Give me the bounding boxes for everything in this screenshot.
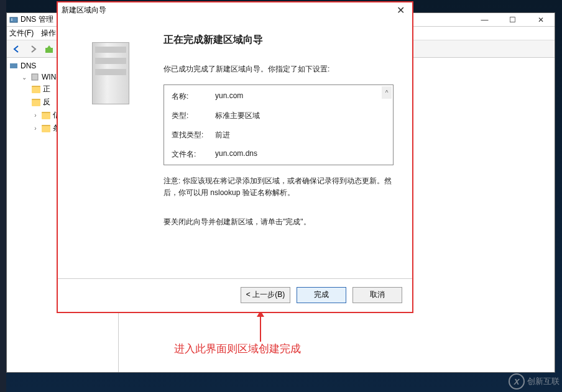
wizard-intro: 你已成功完成了新建区域向导。你指定了如下设置: bbox=[164, 64, 394, 75]
svg-rect-1 bbox=[11, 19, 12, 19]
watermark: X 创新互联 bbox=[509, 373, 560, 390]
back-button[interactable]: < 上一步(B) bbox=[241, 287, 290, 303]
wizard-title-text: 新建区域向导 bbox=[62, 5, 106, 16]
minimize-button[interactable]: — bbox=[471, 13, 499, 27]
desktop-background: DNS 管理 — ☐ ✕ 文件(F) 操作 DNS ⌄ bbox=[0, 0, 562, 392]
arrow-line bbox=[260, 317, 261, 342]
finish-button[interactable]: 完成 bbox=[297, 287, 346, 303]
summary-label: 类型: bbox=[172, 111, 215, 121]
back-button[interactable] bbox=[9, 42, 24, 56]
folder-icon bbox=[42, 125, 50, 132]
tree-item-label: 正 bbox=[43, 84, 50, 94]
summary-box: ^ 名称:yun.com 类型:标准主要区域 查找类型:前进 文件名:yun.c… bbox=[164, 84, 394, 165]
summary-value: 标准主要区域 bbox=[215, 111, 260, 121]
main-title-text: DNS 管理 bbox=[21, 14, 53, 25]
server-icon bbox=[30, 73, 39, 81]
summary-scroll-up[interactable]: ^ bbox=[382, 86, 392, 99]
summary-row: 文件名:yun.com.dns bbox=[172, 149, 385, 160]
summary-value: yun.com bbox=[215, 91, 243, 102]
expand-icon[interactable]: › bbox=[32, 125, 39, 132]
tree-root-label: DNS bbox=[21, 62, 36, 70]
svg-rect-5 bbox=[10, 63, 17, 68]
svg-rect-3 bbox=[45, 48, 53, 53]
close-button[interactable]: ✕ bbox=[527, 13, 555, 27]
menu-file[interactable]: 文件(F) bbox=[9, 28, 34, 39]
summary-row: 名称:yun.com bbox=[172, 91, 385, 102]
window-controls: — ☐ ✕ bbox=[471, 13, 555, 27]
dns-app-icon bbox=[9, 16, 18, 24]
watermark-text: 创新互联 bbox=[527, 376, 560, 387]
dns-icon bbox=[9, 62, 18, 70]
svg-rect-6 bbox=[32, 74, 38, 80]
wizard-sidebar-graphic bbox=[58, 17, 164, 278]
wizard-close-instruction: 要关闭此向导并创建新区域，请单击"完成"。 bbox=[164, 216, 394, 228]
up-button[interactable] bbox=[42, 42, 57, 56]
cancel-button[interactable]: 取消 bbox=[352, 287, 402, 303]
summary-row: 查找类型:前进 bbox=[172, 130, 385, 140]
summary-row: 类型:标准主要区域 bbox=[172, 111, 385, 121]
new-zone-wizard-dialog: 新建区域向导 ✕ 正在完成新建区域向导 你已成功完成了新建区域向导。你指定了如下… bbox=[58, 2, 412, 312]
server-illustration bbox=[92, 42, 129, 104]
maximize-button[interactable]: ☐ bbox=[499, 13, 527, 27]
wizard-heading: 正在完成新建区域向导 bbox=[164, 34, 394, 47]
wizard-note: 注意: 你应该现在将记录添加到区域，或者确保记录得到动态更新。然后，你可以用 n… bbox=[164, 175, 394, 199]
wizard-titlebar: 新建区域向导 ✕ bbox=[58, 2, 412, 17]
wizard-content: 正在完成新建区域向导 你已成功完成了新建区域向导。你指定了如下设置: ^ 名称:… bbox=[164, 17, 412, 278]
tree-item-label: 反 bbox=[43, 97, 50, 107]
forward-button[interactable] bbox=[25, 42, 40, 56]
summary-label: 文件名: bbox=[172, 149, 215, 160]
watermark-logo: X bbox=[509, 373, 525, 390]
taskbar-left-strip bbox=[0, 0, 6, 392]
folder-icon bbox=[32, 86, 40, 93]
red-arrow-annotation bbox=[257, 311, 264, 342]
wizard-footer: < 上一步(B) 完成 取消 bbox=[58, 278, 412, 311]
summary-label: 查找类型: bbox=[172, 130, 215, 140]
summary-value: 前进 bbox=[215, 130, 230, 140]
expand-icon[interactable]: ⌄ bbox=[21, 74, 28, 81]
annotation-text: 进入此界面则区域创建完成 bbox=[174, 342, 301, 356]
folder-icon bbox=[42, 112, 50, 119]
menu-action[interactable]: 操作 bbox=[41, 28, 56, 39]
wizard-body: 正在完成新建区域向导 你已成功完成了新建区域向导。你指定了如下设置: ^ 名称:… bbox=[58, 17, 412, 278]
expand-icon[interactable]: › bbox=[32, 112, 39, 119]
folder-icon bbox=[32, 99, 40, 106]
summary-label: 名称: bbox=[172, 91, 215, 102]
svg-rect-0 bbox=[10, 17, 17, 22]
wizard-close-button[interactable]: ✕ bbox=[391, 4, 410, 16]
svg-rect-2 bbox=[11, 20, 12, 21]
summary-value: yun.com.dns bbox=[215, 149, 257, 160]
